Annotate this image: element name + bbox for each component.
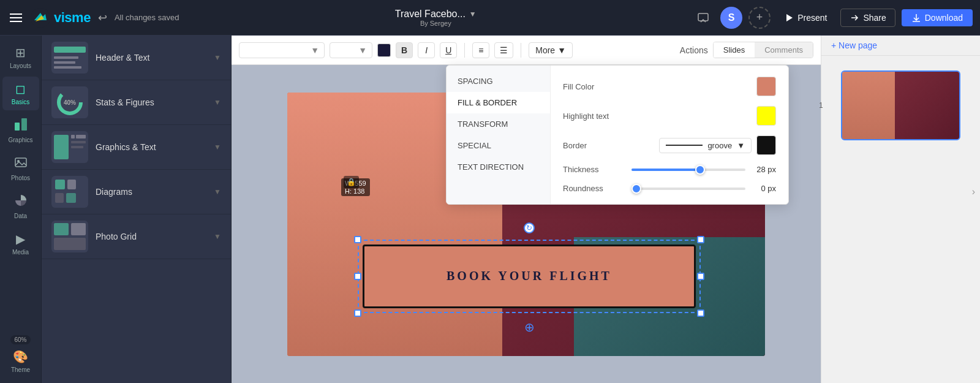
menu-fill-border[interactable]: FILL & BORDER bbox=[447, 92, 550, 113]
panel-expand-arrow-diag: ▼ bbox=[214, 188, 221, 196]
sidebar-item-theme[interactable]: 60% 🎨 Theme bbox=[2, 330, 39, 378]
menu-icon[interactable] bbox=[7, 11, 24, 25]
svg-rect-21 bbox=[55, 180, 65, 189]
border-row: Border groove ▼ bbox=[563, 135, 776, 155]
roundness-thumb[interactable] bbox=[631, 184, 641, 194]
layouts-icon: ⊞ bbox=[15, 45, 26, 60]
lock-icon[interactable]: 🔒 bbox=[344, 176, 359, 188]
selected-element[interactable]: ↻ BOOK YOUR FLIGHT ⊕ bbox=[358, 240, 701, 313]
menu-transform[interactable]: TRANSFORM bbox=[447, 113, 550, 135]
thumb-right bbox=[895, 72, 959, 139]
media-icon: ▶ bbox=[16, 232, 25, 246]
sidebar-item-photos[interactable]: Photos bbox=[2, 151, 39, 186]
thickness-label: Thickness bbox=[563, 165, 624, 174]
list-button[interactable]: ☰ bbox=[494, 42, 513, 58]
project-author: By Sergey bbox=[420, 20, 451, 27]
height-indicator: H: 138 bbox=[345, 188, 366, 195]
handle-mid-left[interactable] bbox=[354, 273, 361, 280]
handle-mid-right[interactable] bbox=[697, 273, 704, 280]
svg-rect-25 bbox=[54, 223, 69, 235]
thickness-value-group: 28 px bbox=[631, 165, 776, 174]
sidebar-item-basics[interactable]: ◻ Basics bbox=[2, 77, 39, 110]
new-page-button[interactable]: + New page bbox=[821, 36, 980, 56]
fill-color-value bbox=[756, 77, 776, 96]
rotate-handle[interactable]: ↻ bbox=[524, 222, 535, 233]
thickness-slider[interactable] bbox=[631, 169, 745, 171]
sidebar-item-data[interactable]: Data bbox=[2, 189, 39, 224]
handle-bottom-right[interactable] bbox=[697, 309, 704, 317]
chevron-down-icon: ▼ bbox=[469, 10, 477, 18]
add-collaborator-icon[interactable]: + bbox=[748, 7, 771, 29]
svg-rect-6 bbox=[15, 123, 20, 131]
handle-top-right[interactable] bbox=[697, 236, 704, 243]
sidebar-item-media[interactable]: ▶ Media bbox=[2, 227, 39, 260]
svg-rect-26 bbox=[71, 223, 86, 235]
present-button[interactable]: Present bbox=[777, 9, 834, 26]
button-element[interactable]: BOOK YOUR FLIGHT bbox=[363, 245, 696, 308]
handle-top-left[interactable] bbox=[354, 236, 361, 243]
thickness-fill bbox=[631, 169, 700, 171]
border-style-selector[interactable]: groove ▼ bbox=[659, 138, 752, 153]
highlight-text-label: Highlight text bbox=[563, 112, 624, 121]
handle-bottom-left[interactable] bbox=[354, 309, 361, 317]
svg-rect-10 bbox=[54, 47, 86, 53]
font-chevron-icon: ▼ bbox=[311, 45, 319, 55]
thickness-slider-row: 28 px bbox=[631, 165, 776, 174]
font-size-selector[interactable]: 25 ▼ bbox=[330, 42, 372, 58]
bold-button[interactable]: B bbox=[396, 42, 413, 58]
fill-color-label: Fill Color bbox=[563, 82, 624, 91]
font-size-value: 25 bbox=[335, 45, 345, 55]
panel-item-diagrams[interactable]: Diagrams ▼ bbox=[42, 170, 231, 214]
highlight-text-value bbox=[756, 106, 776, 126]
share-button[interactable]: Share bbox=[840, 9, 895, 27]
undo-icon[interactable]: ↩ bbox=[96, 9, 110, 27]
svg-rect-22 bbox=[67, 180, 76, 189]
logo: visme bbox=[29, 7, 91, 29]
tab-comments[interactable]: Comments bbox=[755, 42, 813, 58]
slide-thumb-inner: BOOK YOUR FLIGHT bbox=[842, 72, 959, 139]
panel-item-stats-label: Stats & Figures bbox=[96, 97, 154, 107]
font-color-swatch[interactable] bbox=[377, 44, 391, 57]
more-button[interactable]: More ▼ bbox=[529, 42, 573, 58]
photos-icon bbox=[14, 156, 28, 172]
border-color-swatch[interactable] bbox=[756, 135, 776, 155]
download-button[interactable]: Download bbox=[902, 9, 973, 26]
progress-badge: 60% bbox=[10, 335, 30, 344]
italic-button[interactable]: I bbox=[418, 42, 435, 58]
comments-icon[interactable] bbox=[692, 7, 714, 29]
highlight-color-swatch[interactable] bbox=[756, 106, 776, 126]
tab-slides[interactable]: Slides bbox=[714, 42, 755, 58]
align-button[interactable]: ≡ bbox=[472, 42, 489, 58]
underline-button[interactable]: U bbox=[440, 42, 457, 58]
collapse-arrow[interactable]: › bbox=[972, 186, 975, 197]
basics-icon: ◻ bbox=[15, 82, 26, 96]
menu-spacing[interactable]: SPACING bbox=[447, 70, 550, 92]
sidebar-item-graphics[interactable]: Graphics bbox=[2, 113, 39, 148]
panel-expand-arrow-stats: ▼ bbox=[214, 98, 221, 107]
roundness-slider[interactable] bbox=[631, 188, 745, 190]
topbar-center: Travel Facebo... ▼ By Sergey bbox=[185, 9, 686, 27]
dropdown-panel: SPACING FILL & BORDER TRANSFORM SPECIAL … bbox=[446, 65, 789, 205]
menu-special[interactable]: SPECIAL bbox=[447, 135, 550, 156]
panel-item-header-text-label: Header & Text bbox=[96, 53, 149, 63]
move-icon[interactable]: ⊕ bbox=[524, 320, 535, 335]
panel-thumb-stats: 40% bbox=[51, 86, 88, 118]
menu-text-direction[interactable]: TEXT DIRECTION bbox=[447, 156, 550, 178]
panel-expand-arrow-gt: ▼ bbox=[214, 143, 221, 151]
panel-item-stats[interactable]: 40% Stats & Figures ▼ bbox=[42, 80, 231, 125]
border-style-label: groove bbox=[707, 141, 732, 150]
panel-thumb-photo-grid bbox=[51, 221, 88, 252]
button-text: BOOK YOUR FLIGHT bbox=[447, 269, 612, 283]
thumb-left bbox=[842, 72, 901, 139]
avatar[interactable]: S bbox=[720, 7, 742, 29]
toolbar: Amaranth ▼ 25 ▼ B I U ≡ ☰ More ▼ Actions… bbox=[232, 36, 821, 65]
fill-color-swatch[interactable] bbox=[756, 77, 776, 96]
font-selector[interactable]: Amaranth ▼ bbox=[239, 42, 325, 58]
sidebar-item-layouts[interactable]: ⊞ Layouts bbox=[2, 40, 39, 74]
thickness-thumb[interactable] bbox=[695, 165, 705, 175]
project-title[interactable]: Travel Facebo... ▼ bbox=[395, 9, 477, 20]
slide-thumbnail[interactable]: BOOK YOUR FLIGHT bbox=[841, 70, 960, 140]
panel-item-graphics-text[interactable]: Graphics & Text ▼ bbox=[42, 125, 231, 170]
panel-item-photo-grid[interactable]: Photo Grid ▼ bbox=[42, 214, 231, 259]
panel-item-header-text[interactable]: Header & Text ▼ bbox=[42, 36, 231, 80]
